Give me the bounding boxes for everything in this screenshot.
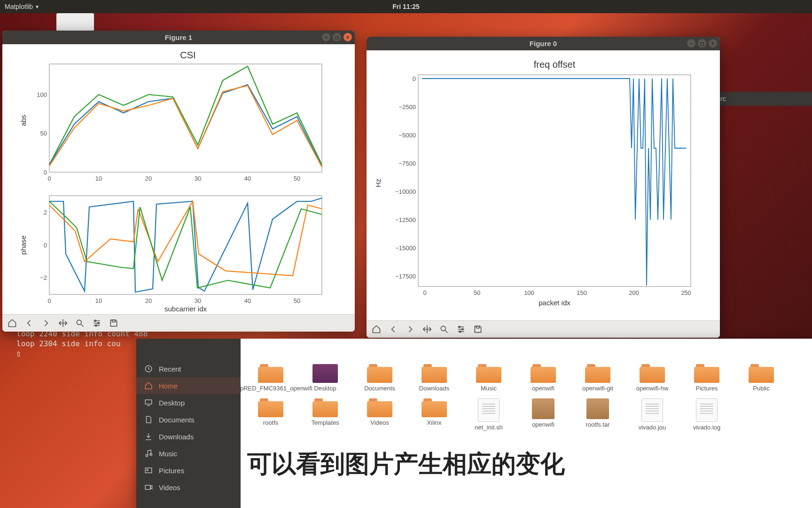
sidebar-item-documents[interactable]: Documents [136,411,241,428]
pic-icon [144,466,153,475]
svg-text:20: 20 [145,175,152,182]
video-icon [144,483,153,492]
sidebar-item-recent[interactable]: Recent [136,360,241,377]
forward-icon[interactable] [405,324,415,334]
svg-text:−10000: −10000 [395,188,416,195]
svg-point-52 [147,469,148,471]
svg-text:20: 20 [145,297,152,304]
file-item[interactable]: vivado.log [683,397,730,433]
file-item[interactable]: Desktop [302,362,349,394]
close-button[interactable]: × [709,39,717,48]
sidebar-item-downloads[interactable]: Downloads [136,428,241,445]
save-icon[interactable] [109,318,119,328]
file-item[interactable]: openwifi-git [574,362,621,394]
svg-point-38 [459,326,460,327]
back-icon[interactable] [388,324,398,334]
sidebar-item-label: Documents [159,416,195,424]
file-item[interactable]: net_init.sh [465,397,512,433]
pan-icon[interactable] [422,324,432,334]
file-item[interactable]: openwifi-hw [629,362,676,394]
svg-text:50: 50 [40,130,47,137]
file-item[interactable]: DeepRED_FMC9361_openwifi [247,362,294,394]
back-icon[interactable] [24,318,34,328]
window-title: Figure 0 [530,40,557,48]
file-item[interactable]: Documents [356,362,403,394]
sidebar-item-home[interactable]: Home [136,377,241,394]
sidebar-item-videos[interactable]: Videos [136,479,241,496]
maximize-button[interactable]: ◻ [333,33,341,41]
file-label: Downloads [419,385,449,392]
svg-text:40: 40 [244,175,251,182]
file-item[interactable]: Public [738,362,785,394]
figure-1-canvas[interactable]: CSI abs 050100 01020 304050 phase [2,44,355,314]
maximize-button[interactable]: ◻ [698,39,706,48]
sidebar-item-label: Downloads [159,433,194,441]
svg-text:50: 50 [474,289,480,296]
svg-text:10: 10 [95,297,102,304]
window-titlebar[interactable]: Figure 0 – ◻ × [367,37,720,50]
folder-icon [258,398,283,417]
home-icon[interactable] [7,318,17,328]
terminal-cursor: ▯ [16,349,148,359]
forward-icon[interactable] [41,318,51,328]
figure-0-window: Figure 0 – ◻ × freq offset Hz 0−2500−500… [367,37,720,338]
down-icon [144,432,153,441]
clock[interactable]: Fri 11:25 [392,3,420,10]
file-item[interactable]: vivado.jou [629,397,676,433]
configure-icon[interactable] [92,318,102,328]
clock-icon [144,364,153,373]
file-label: openwifi-git [582,385,613,392]
configure-icon[interactable] [456,324,466,334]
file-item[interactable]: Downloads [411,362,458,394]
window-title: Figure 1 [165,33,192,41]
file-grid[interactable]: DeepRED_FMC9361_openwifiDesktopDocuments… [241,339,812,508]
file-item[interactable]: openwifi [520,397,567,433]
file-item[interactable]: Xilinx [411,397,458,433]
folder-icon [585,364,610,383]
sidebar-item-pictures[interactable]: Pictures [136,462,241,479]
zoom-icon[interactable] [439,324,449,334]
figure-0-canvas[interactable]: freq offset Hz 0−2500−5000 −7500−10000−1… [367,50,720,320]
folder-icon [258,364,283,383]
desktop-icon [144,398,153,407]
svg-text:40: 40 [244,297,251,304]
file-item[interactable]: Videos [356,397,403,433]
top-menu-bar: Matplotlib ▼ Fri 11:25 [0,0,812,13]
app-name: Matplotlib [5,3,33,10]
home-icon[interactable] [371,324,382,334]
file-item[interactable]: Templates [302,397,349,433]
svg-rect-22 [112,320,116,322]
ylabel-abs: abs [19,115,27,126]
file-item[interactable]: Music [465,362,512,394]
zoom-icon[interactable] [75,318,85,328]
background-window-tab[interactable]: src [713,92,812,106]
svg-point-40 [460,331,461,332]
svg-text:0: 0 [44,242,47,249]
svg-text:30: 30 [195,175,201,182]
svg-text:−5000: −5000 [398,132,416,139]
file-label: net_init.sh [475,424,502,431]
folder-icon [531,364,556,383]
file-item[interactable]: rootfs [247,397,294,433]
file-label: openwifi [532,421,554,428]
file-label: Pictures [696,385,718,392]
sidebar-item-music[interactable]: Music [136,445,241,462]
file-icon [696,398,718,422]
sidebar-item-desktop[interactable]: Desktop [136,394,241,411]
pan-icon[interactable] [58,318,68,328]
save-icon[interactable] [473,324,483,334]
file-item[interactable]: rootfs.tar [574,397,621,433]
minimize-button[interactable]: – [322,33,330,41]
file-item[interactable]: openwifi [520,362,567,394]
file-item[interactable]: Pictures [683,362,730,394]
mpl-toolbar [367,320,720,338]
phase-series-1 [49,198,322,292]
sidebar-item-label: Home [159,382,178,390]
minimize-button[interactable]: – [687,39,695,48]
sidebar-item-label: Videos [159,484,180,492]
app-menu[interactable]: Matplotlib ▼ [5,3,39,10]
close-button[interactable]: × [344,33,352,41]
sidebar-item-label: Recent [159,365,181,373]
window-titlebar[interactable]: Figure 1 – ◻ × [2,31,355,44]
svg-text:−7500: −7500 [398,160,416,167]
